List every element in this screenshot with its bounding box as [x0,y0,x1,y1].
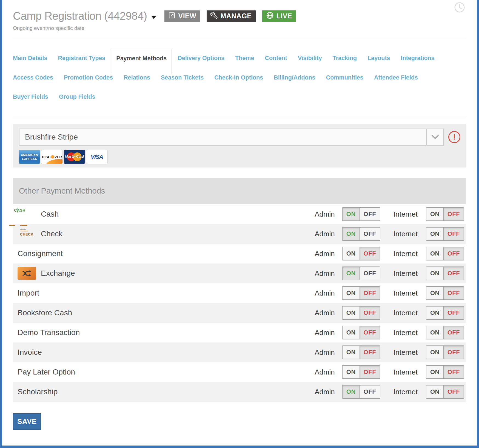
admin-off-button[interactable]: OFF [360,346,380,359]
tab-access-codes[interactable]: Access Codes [13,73,53,82]
payment-method-name: Import [18,289,39,297]
admin-on-button[interactable]: ON [343,326,360,339]
admin-on-button[interactable]: ON [343,346,360,359]
admin-label: Admin [315,289,335,297]
tab-payment-methods[interactable]: Payment Methods [111,49,172,74]
internet-on-button[interactable]: ON [426,287,443,299]
internet-on-button[interactable]: ON [426,228,443,240]
admin-label: Admin [315,249,335,258]
admin-off-button[interactable]: OFF [360,385,380,398]
admin-on-button[interactable]: ON [343,267,360,280]
warning-icon: ! [448,131,460,143]
internet-on-button[interactable]: ON [426,346,443,359]
internet-on-button[interactable]: ON [426,366,443,378]
tab-group-fields[interactable]: Group Fields [59,93,95,101]
admin-on-button[interactable]: ON [343,208,360,220]
admin-off-button[interactable]: OFF [360,208,380,220]
admin-off-button[interactable]: OFF [360,267,380,280]
internet-off-button[interactable]: OFF [443,208,464,220]
tab-content[interactable]: Content [265,54,287,63]
view-button[interactable]: VIEW [164,10,200,22]
internet-off-button[interactable]: OFF [443,287,464,299]
tab-season-tickets[interactable]: Season Tickets [161,73,204,82]
page-title: Camp Registration (442984) [13,10,147,22]
payment-method-row-invoice: Invoice Admin ON OFF Internet ON OFF [13,342,466,362]
tab-billing-addons[interactable]: Billing/Addons [274,73,315,82]
header-divider [13,38,466,38]
history-clock-icon[interactable] [454,2,465,14]
tab-theme[interactable]: Theme [235,54,254,63]
internet-toggle: ON OFF [426,247,464,260]
admin-label: Admin [315,388,335,396]
payment-method-name: Exchange [41,269,75,278]
tab-tracking[interactable]: Tracking [333,54,357,63]
payment-method-name: Demo Transaction [18,328,80,337]
gateway-select[interactable]: Brushfire Stripe [19,129,444,146]
internet-label: Internet [394,328,418,337]
tab-buyer-fields[interactable]: Buyer Fields [13,93,48,101]
manage-button[interactable]: MANAGE [207,10,255,22]
internet-toggle: ON OFF [426,286,464,300]
internet-off-button[interactable]: OFF [443,247,464,260]
admin-label: Admin [315,368,335,376]
internet-on-button[interactable]: ON [426,267,443,280]
payment-method-name: Cash [41,210,59,219]
admin-on-button[interactable]: ON [343,287,360,299]
save-button[interactable]: SAVE [13,413,41,430]
tabs-divider [13,118,466,118]
internet-on-button[interactable]: ON [426,247,443,260]
admin-toggle: ON OFF [342,227,380,241]
internet-label: Internet [394,230,418,238]
internet-on-button[interactable]: ON [426,326,443,339]
internet-toggle: ON OFF [426,385,464,399]
method-icon-slot: $$ $$ CASH [18,208,36,220]
wrench-icon [210,12,218,21]
tab-visibility[interactable]: Visibility [298,54,322,63]
event-header: Camp Registration (442984) VIEW MANAGE [13,0,466,31]
tab-relations[interactable]: Relations [124,73,150,82]
live-button[interactable]: LIVE [262,10,296,22]
tab-check-in-options[interactable]: Check-In Options [214,73,263,82]
payment-method-name: Scholarship [18,387,58,396]
tab-communities[interactable]: Communities [326,73,363,82]
internet-off-button[interactable]: OFF [443,366,464,378]
tab-registrant-types[interactable]: Registrant Types [58,54,105,63]
page-background: { "header": { "title": "Camp Registratio… [0,0,479,448]
method-icon-slot [18,267,36,280]
tab-delivery-options[interactable]: Delivery Options [178,54,224,63]
admin-off-button[interactable]: OFF [360,228,380,240]
admin-toggle: ON OFF [342,345,380,359]
admin-toggle: ON OFF [342,365,380,379]
internet-label: Internet [394,210,418,219]
tab-layouts[interactable]: Layouts [367,54,390,63]
admin-off-button[interactable]: OFF [360,326,380,339]
admin-on-button[interactable]: ON [343,228,360,240]
tab-promotion-codes[interactable]: Promotion Codes [64,73,113,82]
internet-off-button[interactable]: OFF [443,228,464,240]
internet-on-button[interactable]: ON [426,208,443,220]
admin-on-button[interactable]: ON [343,366,360,378]
accepted-cards: AMERICAN EXPRESS DISCVER MasterCard VISA [19,150,460,164]
internet-off-button[interactable]: OFF [443,326,464,339]
admin-on-button[interactable]: ON [343,247,360,260]
admin-on-button[interactable]: ON [343,307,360,319]
internet-off-button[interactable]: OFF [443,385,464,398]
admin-on-button[interactable]: ON [343,385,360,398]
internet-off-button[interactable]: OFF [443,307,464,319]
internet-off-button[interactable]: OFF [443,267,464,280]
internet-off-button[interactable]: OFF [443,346,464,359]
admin-toggle: ON OFF [342,247,380,260]
internet-on-button[interactable]: ON [426,385,443,398]
admin-off-button[interactable]: OFF [360,247,380,260]
chevron-down-icon[interactable] [426,129,443,145]
tab-integrations[interactable]: Integrations [401,54,435,63]
admin-off-button[interactable]: OFF [360,307,380,319]
admin-label: Admin [315,210,335,219]
admin-off-button[interactable]: OFF [360,287,380,299]
admin-toggle: ON OFF [342,207,380,221]
tab-main-details[interactable]: Main Details [13,54,47,63]
title-dropdown-caret-icon[interactable] [151,16,156,19]
internet-on-button[interactable]: ON [426,307,443,319]
tab-attendee-fields[interactable]: Attendee Fields [374,73,418,82]
admin-off-button[interactable]: OFF [360,366,380,378]
